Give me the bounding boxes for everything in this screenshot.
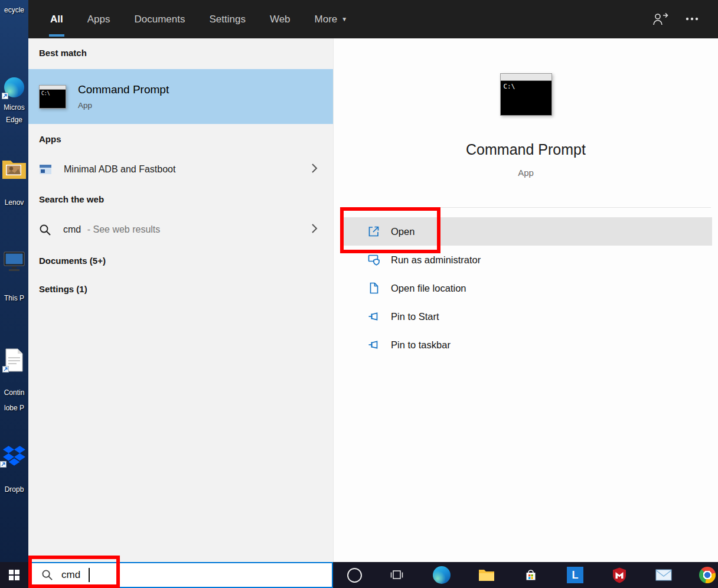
- taskbar-chrome-button[interactable]: [693, 562, 718, 588]
- apps-section-header: Apps: [39, 134, 61, 144]
- chevron-down-icon: ▼: [341, 16, 347, 22]
- taskbar-taskview-button[interactable]: [383, 562, 411, 588]
- search-filter-bar: All Apps Documents Settings Web More ▼: [28, 0, 718, 38]
- web-query: cmd: [63, 224, 81, 234]
- divider: [342, 207, 711, 208]
- tab-more-label: More: [315, 14, 338, 25]
- desktop-icon-label-this-pc[interactable]: This P: [0, 294, 28, 302]
- action-label: Pin to taskbar: [391, 339, 451, 351]
- tab-documents[interactable]: Documents: [134, 0, 185, 38]
- tab-web[interactable]: Web: [270, 0, 291, 38]
- admin-shield-icon: [367, 253, 381, 267]
- tab-all[interactable]: All: [50, 0, 63, 38]
- command-prompt-icon-large: C:\: [500, 73, 552, 116]
- desktop-icon-label-edge-1[interactable]: Micros: [0, 103, 28, 112]
- desktop-icon-this-pc[interactable]: [2, 250, 26, 275]
- desktop-icon-label-edge-2[interactable]: Edge: [0, 116, 28, 124]
- tab-documents-label: Documents: [134, 14, 185, 25]
- shortcut-arrow-icon: [2, 93, 8, 99]
- result-web-cmd[interactable]: cmd - See web results: [28, 215, 333, 244]
- tab-settings-label: Settings: [209, 14, 245, 25]
- best-match-header: Best match: [39, 48, 87, 58]
- pin-icon: [367, 309, 381, 324]
- taskbar-explorer-button[interactable]: [472, 562, 501, 588]
- shortcut-arrow-icon: [0, 461, 6, 468]
- mcafee-shield-icon: [612, 567, 626, 583]
- options-button[interactable]: [680, 7, 704, 31]
- sign-in-options-button[interactable]: [648, 7, 672, 31]
- settings-section-header[interactable]: Settings (1): [39, 284, 87, 294]
- chevron-right-icon[interactable]: [311, 223, 318, 237]
- documents-section-header[interactable]: Documents (5+): [39, 256, 106, 266]
- desktop-icon-label-document-2[interactable]: lobe P: [0, 404, 28, 412]
- best-match-title: Command Prompt: [78, 83, 169, 96]
- monitor-icon: [2, 250, 26, 273]
- lenovo-vantage-icon: L: [567, 567, 583, 583]
- action-label: Run as administrator: [391, 254, 481, 266]
- taskbar-search-input[interactable]: cmd: [28, 562, 333, 588]
- folder-icon: [2, 158, 27, 179]
- tab-apps[interactable]: Apps: [87, 0, 110, 38]
- windows-logo-icon: [9, 570, 19, 580]
- action-run-as-administrator[interactable]: Run as administrator: [342, 246, 712, 274]
- mail-envelope-icon: [655, 569, 672, 582]
- web-result-text: cmd - See web results: [63, 224, 160, 235]
- cortana-icon: [347, 568, 362, 583]
- action-label: Open file location: [391, 283, 466, 294]
- ellipsis-icon: [686, 17, 699, 21]
- taskbar-store-button[interactable]: [517, 562, 545, 588]
- desktop-icon-label-document-1[interactable]: Contin: [0, 388, 28, 397]
- tab-more[interactable]: More ▼: [315, 0, 348, 38]
- shortcut-arrow-icon: [2, 366, 9, 373]
- desktop-icon-label-dropbox[interactable]: Dropb: [0, 485, 28, 494]
- cmd-prompt-glyph: C:\: [501, 81, 551, 92]
- taskbar-lenovo-vantage-button[interactable]: L: [561, 562, 589, 588]
- desktop-strip: ecycle Micros Edge Lenov: [0, 0, 28, 562]
- action-open[interactable]: Open: [342, 217, 712, 246]
- preview-subtitle: App: [334, 168, 718, 178]
- window-titlebar: [40, 86, 66, 90]
- action-open-file-location[interactable]: Open file location: [342, 274, 712, 302]
- desktop-icon-label-recycle[interactable]: ecycle: [0, 6, 28, 14]
- desktop-icon-dropbox[interactable]: [2, 445, 26, 469]
- search-input-value: cmd: [61, 569, 80, 581]
- taskbar: cmd: [0, 562, 718, 588]
- best-match-result-command-prompt[interactable]: C:\ Command Prompt App: [28, 69, 333, 124]
- taskbar-edge-button[interactable]: [427, 562, 456, 588]
- user-account-icon: [652, 12, 668, 26]
- action-pin-to-start[interactable]: Pin to Start: [342, 302, 712, 331]
- text-cursor: [89, 568, 90, 582]
- web-section-header: Search the web: [39, 194, 104, 204]
- window-titlebar: [501, 74, 551, 81]
- desktop-icon-lenovo-folder[interactable]: [2, 158, 27, 182]
- taskbar-cortana-button[interactable]: [340, 562, 368, 588]
- taskbar-mail-button[interactable]: [650, 562, 678, 588]
- preview-panel: C:\ Command Prompt App Open Run as admin…: [333, 38, 718, 562]
- app-window-icon: [39, 164, 52, 175]
- taskbar-mcafee-button[interactable]: [605, 562, 634, 588]
- tab-apps-label: Apps: [87, 14, 110, 25]
- chevron-right-icon[interactable]: [311, 162, 318, 177]
- search-results-panel: Best match C:\ Command Prompt App Apps M…: [28, 38, 333, 562]
- chrome-icon: [699, 567, 716, 583]
- tab-settings[interactable]: Settings: [209, 0, 245, 38]
- taskbar-start-button[interactable]: [0, 562, 28, 588]
- action-pin-to-taskbar[interactable]: Pin to taskbar: [342, 331, 712, 359]
- search-icon: [39, 224, 51, 236]
- cmd-prompt-glyph: C:\: [40, 90, 66, 97]
- action-label: Pin to Start: [391, 311, 439, 322]
- command-prompt-icon: C:\: [39, 85, 66, 109]
- file-location-icon: [367, 281, 381, 295]
- desktop-icon-document[interactable]: [5, 348, 24, 374]
- result-minimal-adb[interactable]: Minimal ADB and Fastboot: [28, 155, 333, 184]
- tab-web-label: Web: [270, 14, 291, 25]
- desktop-icon-label-lenovo[interactable]: Lenov: [0, 198, 28, 207]
- desktop-icon-edge[interactable]: [4, 77, 24, 97]
- tab-all-label: All: [50, 14, 63, 25]
- task-view-icon: [389, 569, 404, 582]
- store-icon: [524, 568, 538, 582]
- folder-icon: [478, 569, 495, 582]
- windows-search-screen: ecycle Micros Edge Lenov: [0, 0, 718, 588]
- open-launch-icon: [367, 224, 381, 239]
- pin-icon: [367, 338, 381, 352]
